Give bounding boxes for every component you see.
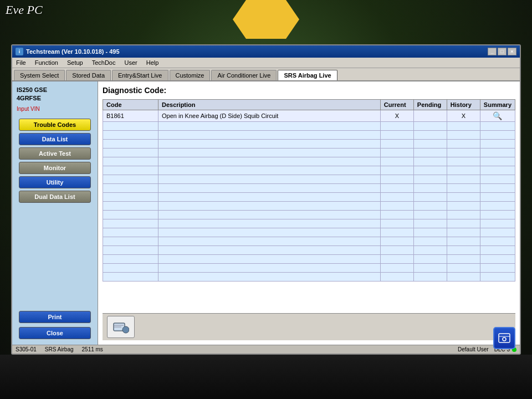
hmi-icon[interactable]	[107, 316, 135, 338]
table-row	[103, 273, 515, 282]
menu-file[interactable]: File	[14, 59, 28, 66]
cell-summary[interactable]: 🔍	[480, 110, 515, 122]
maximize-button[interactable]: □	[498, 48, 507, 55]
table-row	[103, 140, 515, 149]
tab-bar: System Select Stored Data Entry&Start Li…	[12, 68, 520, 81]
table-row	[103, 246, 515, 255]
menu-techdoc[interactable]: TechDoc	[90, 59, 117, 66]
tab-stored-data[interactable]: Stored Data	[66, 70, 111, 80]
monitor-button[interactable]: Monitor	[19, 162, 91, 174]
diagnostic-table: Code Description Current Pending History…	[103, 99, 515, 282]
tab-system-select[interactable]: System Select	[14, 70, 65, 80]
table-row	[103, 184, 515, 193]
menu-bar: File Function Setup TechDoc User Help	[12, 58, 520, 68]
table-row	[103, 255, 515, 264]
table-row	[103, 122, 515, 131]
col-header-description: Description	[158, 100, 381, 110]
close-button[interactable]: ×	[508, 48, 516, 55]
cell-current: X	[380, 110, 413, 122]
sidebar-bottom-buttons: Print Close	[17, 310, 93, 340]
menu-function[interactable]: Function	[33, 59, 60, 66]
trouble-codes-button[interactable]: Trouble Codes	[19, 119, 91, 131]
table-header-row: Code Description Current Pending History…	[103, 100, 515, 110]
top-arrow-decoration	[233, 0, 299, 39]
table-row	[103, 237, 515, 246]
vehicle-info: IS250 GSE 4GRFSE	[17, 86, 93, 103]
table-row	[103, 264, 515, 273]
tab-customize[interactable]: Customize	[170, 70, 211, 80]
menu-setup[interactable]: Setup	[65, 59, 85, 66]
menu-help[interactable]: Help	[145, 59, 161, 66]
cell-code: B1861	[103, 110, 158, 122]
app-window: i Techstream (Ver 10.10.018) - 495 _ □ ×…	[11, 44, 521, 355]
panel-title: Diagnostic Code:	[103, 86, 515, 95]
print-button[interactable]: Print	[19, 311, 91, 323]
status-code: S305-01	[16, 346, 37, 352]
logo: Eve PC	[6, 3, 43, 17]
sidebar: IS250 GSE 4GRFSE Input VIN Trouble Codes…	[12, 81, 98, 345]
main-content: IS250 GSE 4GRFSE Input VIN Trouble Codes…	[12, 81, 520, 345]
col-header-code: Code	[103, 100, 158, 110]
tab-entry-start-live[interactable]: Entry&Start Live	[112, 70, 168, 80]
table-row: B1861 Open in Knee Airbag (D Side) Squib…	[103, 110, 515, 122]
window-controls: _ □ ×	[488, 48, 516, 55]
utility-button[interactable]: Utility	[19, 176, 91, 188]
col-header-pending: Pending	[413, 100, 447, 110]
cell-history: X	[447, 110, 480, 122]
svg-point-1	[122, 326, 129, 333]
vehicle-line2: 4GRFSE	[17, 94, 93, 103]
table-row	[103, 228, 515, 237]
close-sidebar-button[interactable]: Close	[19, 327, 91, 339]
table-row	[103, 211, 515, 219]
status-system: SRS Airbag	[45, 346, 74, 352]
nav-blue-button[interactable]	[493, 327, 515, 349]
status-timing: 2511 ms	[82, 346, 103, 352]
tab-srs-airbag-live[interactable]: SRS Airbag Live	[278, 70, 337, 80]
title-bar: i Techstream (Ver 10.10.018) - 495 _ □ ×	[12, 45, 520, 58]
sidebar-spacer	[17, 204, 93, 304]
table-row	[103, 149, 515, 157]
table-scroll-area: Code Description Current Pending History…	[103, 99, 515, 313]
table-row	[103, 131, 515, 140]
nav-bottom-right	[493, 327, 515, 349]
table-row	[103, 166, 515, 175]
col-header-summary: Summary	[480, 100, 515, 110]
input-vin-label: Input VIN	[17, 106, 93, 112]
status-bar: S305-01 SRS Airbag 2511 ms Default User …	[12, 345, 520, 354]
cell-pending	[413, 110, 447, 122]
app-icon: i	[16, 48, 23, 55]
screen-bottom	[0, 355, 532, 399]
bottom-panel	[103, 313, 515, 340]
data-list-button[interactable]: Data List	[19, 133, 91, 145]
col-header-current: Current	[380, 100, 413, 110]
col-header-history: History	[447, 100, 480, 110]
active-test-button[interactable]: Active Test	[19, 147, 91, 160]
table-row	[103, 202, 515, 211]
cell-description: Open in Knee Airbag (D Side) Squib Circu…	[158, 110, 381, 122]
svg-point-6	[503, 337, 506, 341]
table-row	[103, 193, 515, 202]
table-body: B1861 Open in Knee Airbag (D Side) Squib…	[103, 110, 515, 282]
vehicle-line1: IS250 GSE	[17, 86, 93, 94]
summary-search-icon[interactable]: 🔍	[493, 111, 502, 120]
content-panel: Diagnostic Code: Code Description Curren…	[98, 81, 520, 345]
menu-user[interactable]: User	[122, 59, 139, 66]
table-row	[103, 219, 515, 228]
table-row	[103, 175, 515, 184]
app-title: Techstream (Ver 10.10.018) - 495	[26, 48, 120, 55]
status-user: Default User	[458, 346, 489, 352]
tab-air-conditioner-live[interactable]: Air Conditioner Live	[211, 70, 277, 80]
minimize-button[interactable]: _	[488, 48, 497, 55]
table-row	[103, 157, 515, 166]
dual-data-list-button[interactable]: Dual Data List	[19, 191, 91, 203]
